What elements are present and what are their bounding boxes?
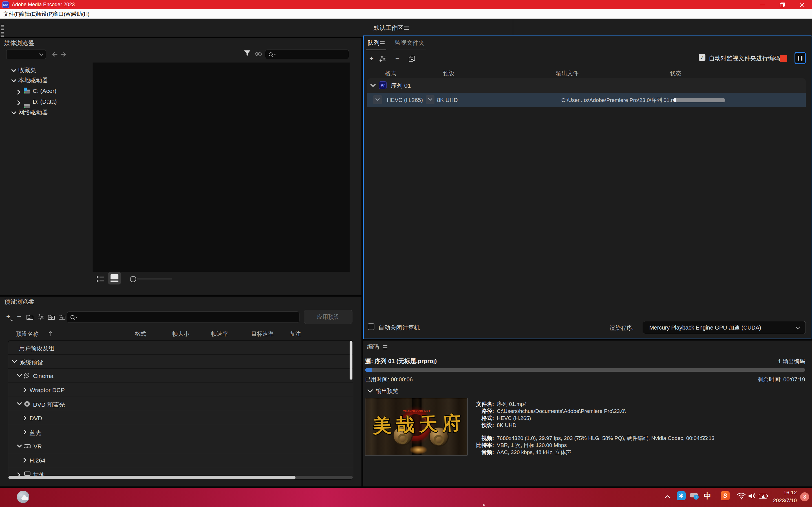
notification-badge[interactable]: 8 (800, 492, 809, 501)
qcol-format[interactable]: 格式 (385, 70, 396, 76)
chevron-down-icon[interactable] (17, 444, 22, 448)
close-button[interactable] (799, 1, 806, 8)
new-group-icon[interactable] (26, 313, 34, 320)
workspace-tab[interactable]: 默认工作区 (373, 25, 403, 31)
tray-chevron-up-icon[interactable] (664, 494, 671, 500)
preset-row[interactable]: 系统预设 (8, 355, 353, 369)
pause-button[interactable] (795, 52, 806, 64)
widgets-weather-icon[interactable] (17, 491, 29, 503)
tree-item-favorites[interactable]: 收藏夹 (18, 67, 36, 73)
chevron-right-icon[interactable] (23, 415, 28, 421)
chevron-right-icon[interactable] (23, 387, 28, 393)
col-frame-size[interactable]: 帧大小 (172, 331, 189, 337)
media-search[interactable] (265, 50, 349, 59)
preset-dropdown[interactable] (426, 95, 435, 104)
tree-item-local-drives[interactable]: 本地驱动器 (18, 77, 48, 83)
tray-clock[interactable]: 16:12 2023/7/10 (761, 490, 797, 504)
eye-icon[interactable] (254, 51, 262, 57)
queue-group-row[interactable]: Pr 序列 01 (367, 78, 806, 93)
menu-preset[interactable]: 预设(P) (36, 11, 54, 17)
workspace-grip[interactable] (1, 24, 4, 37)
watch-encode-checkbox[interactable]: ✓ (699, 54, 705, 61)
format-dropdown[interactable] (373, 95, 382, 104)
col-preset-name[interactable]: 预设名称 (16, 331, 39, 337)
qcol-preset[interactable]: 预设 (443, 70, 455, 76)
menu-file[interactable]: 文件(F) (3, 11, 21, 17)
menu-help[interactable]: 帮助(H) (71, 11, 89, 17)
preset-row[interactable]: DVD (8, 411, 353, 425)
chevron-down-icon[interactable] (11, 359, 17, 364)
auto-shutdown-checkbox[interactable] (368, 323, 374, 330)
tray-cloud-icon[interactable]: i (690, 493, 698, 497)
minimize-button[interactable] (759, 2, 766, 8)
qcol-status[interactable]: 状态 (670, 70, 681, 76)
preset-row[interactable]: 蓝光 (8, 425, 353, 439)
media-search-input[interactable] (278, 50, 347, 58)
preset-search[interactable] (67, 312, 299, 323)
chevron-down-icon[interactable] (11, 78, 17, 83)
tray-pcmanager-icon[interactable]: ✱ (677, 491, 686, 500)
preset-settings-icon[interactable] (38, 314, 44, 320)
chevron-right-icon[interactable] (16, 100, 21, 105)
tab-watch-folders[interactable]: 监视文件夹 (395, 40, 424, 46)
restore-button[interactable] (778, 1, 785, 8)
horizontal-scrollbar-thumb[interactable] (8, 476, 296, 480)
queue-format-value[interactable]: HEVC (H.265) (387, 97, 423, 103)
chevron-down-icon[interactable] (370, 83, 376, 88)
remove-preset-icon[interactable]: − (17, 313, 21, 320)
import-preset-icon[interactable] (47, 313, 55, 320)
duplicate-icon[interactable] (408, 55, 416, 62)
vertical-scrollbar[interactable] (350, 341, 352, 380)
stop-button[interactable] (780, 55, 787, 62)
col-format[interactable]: 格式 (135, 331, 146, 337)
queue-menu-icon[interactable] (380, 41, 385, 42)
col-target-rate[interactable]: 目标速率 (251, 331, 274, 337)
remove-icon[interactable]: − (395, 55, 400, 62)
thumbnail-view-icon[interactable] (108, 272, 121, 284)
chevron-down-icon[interactable] (11, 68, 17, 73)
tree-item-network-drives[interactable]: 网络驱动器 (18, 109, 48, 115)
add-preset-icon[interactable]: + (6, 313, 10, 320)
ime-indicator[interactable]: 中 (704, 492, 711, 500)
output-preview-label[interactable]: 输出预览 (376, 388, 398, 394)
col-frame-rate[interactable]: 帧速率 (211, 331, 228, 337)
media-source-dropdown[interactable] (6, 50, 46, 59)
forward-icon[interactable] (60, 51, 67, 57)
add-source-icon[interactable]: + (369, 55, 373, 62)
preset-row[interactable]: H.264 (8, 453, 353, 467)
chevron-down-icon[interactable] (17, 374, 22, 378)
chevron-right-icon[interactable] (23, 457, 28, 463)
tree-item-drive-c[interactable]: C: (Acer) (33, 88, 56, 94)
menu-edit[interactable]: 编辑(E) (19, 11, 37, 17)
tray-sogou-icon[interactable]: S (721, 491, 730, 500)
chevron-right-icon[interactable] (23, 429, 28, 435)
qcol-output[interactable]: 输出文件 (556, 70, 578, 76)
filter-icon[interactable] (244, 50, 251, 58)
chevron-down-icon[interactable] (11, 110, 17, 115)
zoom-slider-handle[interactable] (130, 276, 136, 282)
back-icon[interactable] (51, 51, 59, 57)
preset-browser-menu-icon[interactable] (29, 300, 34, 301)
chevron-right-icon[interactable] (16, 89, 21, 95)
chevron-down-icon[interactable] (17, 402, 22, 406)
preset-row[interactable]: Wraptor DCP (8, 383, 353, 397)
queue-preset-value[interactable]: 8K UHD (437, 97, 458, 103)
zoom-slider-track[interactable] (137, 279, 172, 279)
export-preset-icon[interactable] (58, 313, 66, 320)
tree-item-drive-d[interactable]: D: (Data) (33, 99, 57, 105)
preset-row[interactable]: 用户预设及组 (8, 341, 353, 355)
queue-output-row[interactable]: HEVC (H.265) 8K UHD C:\User...ts\Adobe\P… (367, 93, 806, 107)
media-browser-menu-icon[interactable] (29, 42, 34, 42)
add-output-icon[interactable] (379, 55, 387, 62)
tab-queue[interactable]: 队列 (368, 40, 379, 46)
workspace-menu-icon[interactable] (404, 26, 409, 26)
chevron-down-icon[interactable] (367, 389, 373, 393)
wifi-icon[interactable] (737, 492, 746, 500)
preset-row[interactable]: Cinema (8, 369, 353, 383)
list-view-icon[interactable] (97, 276, 104, 284)
preset-row[interactable]: DVD 和蓝光 (8, 397, 353, 411)
queue-output-path[interactable]: C:\User...ts\Adobe\Premiere Pro\23.0\序列 … (561, 98, 681, 103)
preset-row[interactable]: VR (8, 439, 353, 453)
col-comment[interactable]: 备注 (290, 331, 301, 337)
preset-search-input[interactable] (80, 313, 297, 322)
